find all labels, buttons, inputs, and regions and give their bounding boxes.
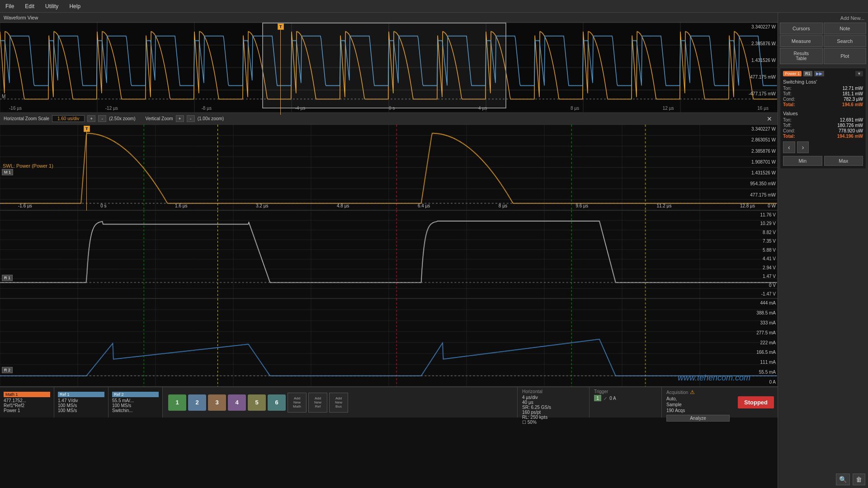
zoom-m1-marker: M 1 [2, 169, 13, 175]
note-button[interactable]: Note [824, 23, 867, 34]
math1-box[interactable]: Math 1 477.1752... Ref1*Ref2 Power 1 [0, 387, 54, 418]
z-t9: 12.8 µs [740, 203, 755, 208]
vzoom-minus[interactable]: - [187, 115, 195, 122]
measure-button[interactable]: Measure [780, 35, 823, 47]
zoom-icon-btn[interactable]: 🔍 [836, 474, 850, 485]
trigger-label: Trigger [594, 389, 657, 394]
v-y5: 5.88 V [760, 248, 776, 253]
stopped-button[interactable]: Stopped [738, 396, 774, 408]
voltage-r1-marker: R 1 [2, 275, 13, 281]
menu-edit[interactable]: Edit [19, 1, 40, 11]
sidebar-top-buttons: Add New... Cursors Note Measure Search R… [778, 13, 868, 66]
ov-y4: 477.175 mW [749, 75, 776, 80]
add-ref-button[interactable]: Add New Ref [308, 393, 327, 413]
waveform-area: Waveform View T 3.340227 W 2.385876 W 1.… [0, 13, 778, 488]
overview-panel[interactable]: T 3.340227 W 2.385876 W 1.431526 W 477.1… [0, 23, 778, 113]
horizontal-zoom: ☐ 50% [522, 420, 585, 425]
c-y8: 55.5 mA [756, 370, 776, 375]
ch4-button[interactable]: 4 [228, 394, 246, 411]
current-r2-marker: R 2 [2, 367, 13, 373]
z-y7: 477.175 mW [750, 192, 776, 197]
sl-toff-row: Toff: 181.1 mW [783, 91, 863, 96]
vzoom-plus[interactable]: + [176, 115, 184, 122]
next-btn[interactable]: › [797, 141, 809, 153]
math1-line3: Power 1 [4, 408, 50, 413]
add-math-button[interactable]: Add New Math [288, 393, 307, 413]
hzoom-plus[interactable]: + [87, 115, 95, 122]
menu-help[interactable]: Help [64, 1, 86, 11]
minmax-buttons: Min Max [783, 156, 863, 166]
c-y3: 333 mA [756, 320, 776, 325]
cursors-button[interactable]: Cursors [780, 23, 823, 34]
c-y2: 388.5 mA [756, 310, 776, 315]
z-t6: 8 µs [499, 203, 507, 208]
z-y6: 954.350 mW [750, 181, 776, 186]
zoom-y-labels: 3.340227 W 2.863051 W 2.385876 W 1.90870… [750, 125, 776, 210]
power1-menu[interactable]: ▼ [855, 71, 863, 76]
zoom-x-labels: -1.6 µs 0 s 1.6 µs 3.2 µs 4.8 µs 6.4 µs … [18, 203, 755, 208]
c-y5: 222 mA [756, 340, 776, 345]
power1-panel: Power 1 R1 ▶▶ ▼ Switching Loss' Ton: 12.… [780, 68, 866, 169]
min-btn[interactable]: Min [783, 156, 822, 166]
z-t3: 3.2 µs [256, 203, 268, 208]
bottom-bar: Math 1 477.1752... Ref1*Ref2 Power 1 Ref… [0, 387, 778, 418]
zoom-canvas [0, 125, 778, 210]
voltage-canvas [0, 211, 778, 298]
trash-icon-btn[interactable]: 🗑 [853, 474, 865, 485]
z-t4: 4.8 µs [337, 203, 349, 208]
ch1-button[interactable]: 1 [168, 394, 186, 411]
c-y9: 0 A [756, 380, 776, 385]
max-btn[interactable]: Max [824, 156, 863, 166]
horizontal-label: Horizontal [522, 389, 585, 394]
z-t1: 0 s [100, 203, 106, 208]
sl-ton-row: Ton: 12.71 mW [783, 86, 863, 91]
plot-button[interactable]: Plot [824, 48, 867, 64]
z-y5: 1.431526 W [750, 170, 776, 175]
horizontal-total: 40 µs [522, 400, 585, 405]
trigger-ch: 1 [594, 395, 601, 401]
ov-t7: 12 µs [663, 106, 674, 111]
add-bus-button[interactable]: Add New Bus [329, 393, 348, 413]
menu-file[interactable]: File [0, 1, 19, 11]
ch5-button[interactable]: 5 [248, 394, 266, 411]
ref1-box[interactable]: Ref 1 1.47 V/div 100 MS/s 100 MS/s [54, 387, 108, 418]
v-y4: 7.35 V [760, 239, 776, 244]
acquisition-info: Acquisition ⚠ Auto, Sample 190 Acqs Anal… [662, 387, 734, 418]
zoom-close-btn[interactable]: ✕ [765, 115, 774, 122]
search-button[interactable]: Search [824, 35, 867, 47]
ref1-line3: 100 MS/s [58, 408, 104, 413]
trigger-info: Trigger 1 ⟋ 0 A [590, 387, 662, 418]
c-y1: 444 mA [756, 300, 776, 305]
sl-ton-value: 12.71 mW [842, 86, 863, 91]
hzoom-input[interactable] [52, 115, 85, 122]
overview-y-labels: 3.340227 W 2.385876 W 1.431526 W 477.175… [749, 24, 776, 96]
ch3-button[interactable]: 3 [208, 394, 226, 411]
sidebar-icons: 🔍 🗑 [778, 471, 868, 488]
voltage-panel[interactable]: R 1 11.76 V 10.29 V 8.82 V 7.35 V 5.88 V… [0, 211, 778, 299]
vs-total-value: 194.196 mW [837, 134, 863, 139]
results-table-button[interactable]: Results Table [780, 48, 823, 64]
ov-t0: -16 µs [9, 106, 22, 111]
z-t8: 11.2 µs [656, 203, 671, 208]
analyze-button[interactable]: Analyze [666, 415, 730, 422]
power1-header: Power 1 R1 ▶▶ ▼ [783, 71, 863, 76]
ch6-button[interactable]: 6 [268, 394, 286, 411]
waveform-header: Waveform View [0, 13, 778, 23]
z-t0: -1.6 µs [18, 203, 32, 208]
menu-utility[interactable]: Utility [40, 1, 64, 11]
vs-ton-row: Ton: 12.691 mW [783, 117, 863, 122]
zoom-t-marker: T [84, 126, 90, 211]
current-panel[interactable]: R 2 444 mA 388.5 mA 333 mA 277.5 mA 222 … [0, 299, 778, 387]
horizontal-sr: SR: 6.25 GS/s [522, 405, 585, 410]
hzoom-minus[interactable]: - [98, 115, 106, 122]
ch2-button[interactable]: 2 [188, 394, 206, 411]
acquisition-mode2: Sample [666, 402, 730, 407]
ref2-box[interactable]: Ref 2 55.5 mA/... 100 MS/s Switchin... [108, 387, 163, 418]
zoom-panel[interactable]: T SWL: Power (Power 1) M 1 3.340227 W 2.… [0, 125, 778, 211]
prev-btn[interactable]: ‹ [783, 141, 795, 153]
overview-t-marker: T [278, 23, 284, 115]
z-y2: 2.863051 W [750, 137, 776, 142]
current-canvas [0, 299, 778, 386]
ref1-label: Ref 1 [58, 392, 104, 397]
overview-time-axis: -16 µs -12 µs -8 µs -4 µs 0 s 4 µs 8 µs … [0, 106, 778, 111]
